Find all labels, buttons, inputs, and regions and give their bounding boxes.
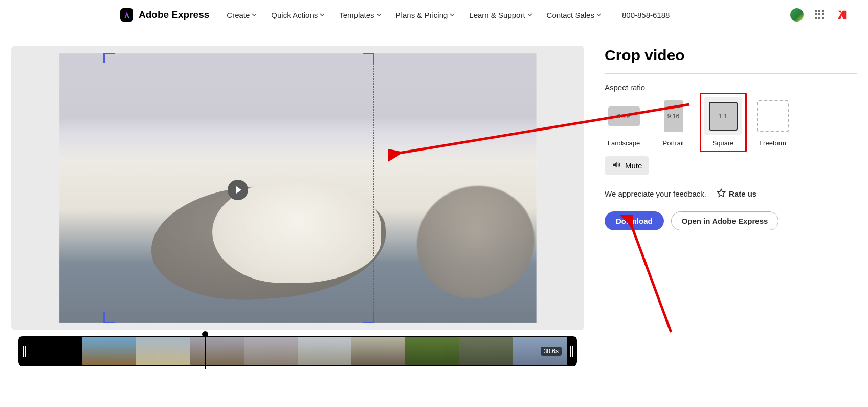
chevron-down-icon [450, 12, 455, 17]
chevron-down-icon [320, 12, 325, 17]
video-preview[interactable] [59, 53, 537, 323]
video-timeline[interactable]: 30.6s [18, 336, 577, 366]
crop-handle-tl[interactable] [103, 53, 115, 63]
brand[interactable]: Adobe Express [120, 8, 209, 22]
adobe-express-logo-icon [120, 8, 133, 22]
brand-name: Adobe Express [139, 9, 209, 20]
timeline-duration: 30.6s [541, 347, 562, 356]
nav-quick-actions[interactable]: Quick Actions [271, 11, 325, 19]
nav-plans-pricing[interactable]: Plans & Pricing [396, 11, 455, 19]
aspect-freeform[interactable]: Freeform [753, 97, 792, 147]
nav-learn-support[interactable]: Learn & Support [469, 11, 532, 19]
timeline-thumb[interactable] [136, 337, 190, 365]
chevron-down-icon [252, 12, 257, 17]
chevron-down-icon [376, 12, 382, 17]
nav-create[interactable]: Create [227, 11, 257, 19]
star-icon [717, 188, 726, 199]
timeline-thumb[interactable] [29, 337, 82, 365]
timeline-thumb[interactable] [459, 337, 513, 365]
play-button[interactable] [228, 180, 248, 200]
timeline-thumb[interactable] [298, 337, 351, 365]
rate-us-link[interactable]: Rate us [717, 188, 756, 199]
crop-handle-tr[interactable] [363, 53, 374, 63]
timeline-thumb[interactable] [244, 337, 298, 365]
aspect-ratio-label: Aspect ratio [605, 83, 857, 92]
speaker-icon [612, 160, 621, 171]
annotation-arrow-to-download [620, 215, 681, 337]
app-header: Adobe Express Create Quick Actions Templ… [0, 0, 868, 30]
nav-templates[interactable]: Templates [339, 11, 381, 19]
timeline-thumb[interactable] [351, 337, 405, 365]
phone-number: 800-858-6188 [622, 11, 670, 19]
timeline-thumbnails[interactable] [29, 337, 567, 365]
trim-handle-left[interactable] [19, 337, 29, 365]
chevron-down-icon [596, 12, 602, 17]
timeline-playhead[interactable] [205, 332, 206, 369]
crop-side-panel: Crop video Aspect ratio 16:9 Landscape 9… [605, 46, 857, 366]
trim-handle-right[interactable] [567, 337, 576, 365]
crop-handle-bl[interactable] [103, 312, 115, 323]
aspect-portrait[interactable]: 9:16 Portrait [654, 97, 693, 147]
mute-button[interactable]: Mute [605, 156, 649, 175]
crop-handle-br[interactable] [363, 312, 374, 323]
panel-title: Crop video [605, 47, 857, 74]
open-in-express-button[interactable]: Open in Adobe Express [671, 211, 779, 230]
timeline-thumb[interactable] [190, 337, 244, 365]
apps-grid-icon[interactable] [815, 10, 825, 20]
aspect-landscape[interactable]: 16:9 Landscape [605, 97, 643, 147]
timeline-thumb[interactable] [82, 337, 136, 365]
aspect-square[interactable]: 1:1 Square [704, 97, 742, 147]
chevron-down-icon [527, 12, 532, 17]
adobe-logo-icon[interactable] [836, 9, 848, 20]
feedback-text: We appreciate your feedback. [605, 189, 706, 198]
timeline-thumb[interactable] [405, 337, 459, 365]
video-canvas [11, 46, 584, 330]
header-right [790, 8, 848, 22]
svg-line-1 [631, 225, 671, 332]
avatar[interactable] [790, 8, 804, 22]
download-button[interactable]: Download [605, 211, 664, 230]
top-nav: Create Quick Actions Templates Plans & P… [227, 11, 670, 19]
nav-contact-sales[interactable]: Contact Sales [547, 11, 602, 19]
